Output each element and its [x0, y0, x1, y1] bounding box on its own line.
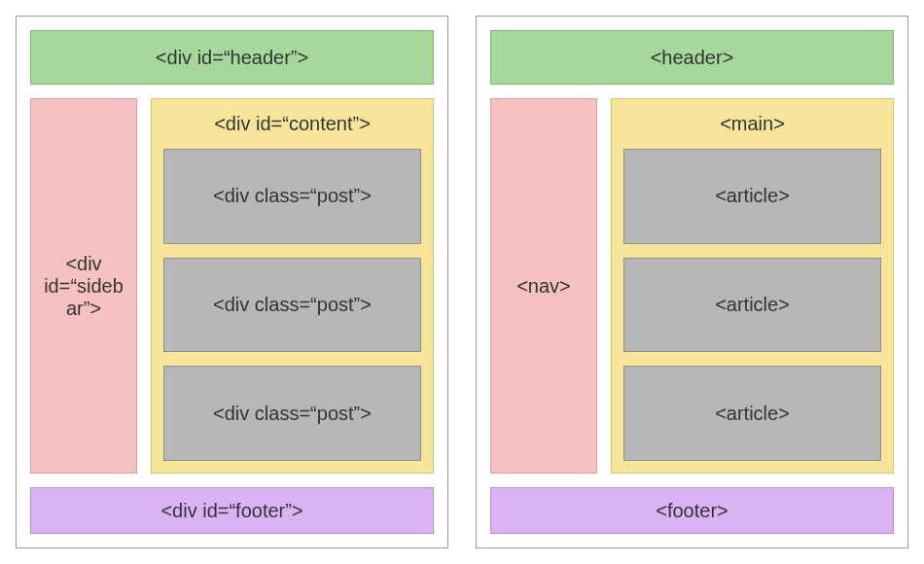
sidebar-box-left: <div id=“sidebar”> [30, 98, 137, 474]
post-label: <article> [715, 185, 790, 207]
layout-div-based: <div id=“header”> <div id=“sidebar”> <di… [16, 16, 448, 548]
layout-semantic: <header> <nav> <main> <article> <article… [476, 16, 908, 548]
header-label-left: <div id=“header”> [156, 47, 308, 69]
posts-right: <article> <article> <article> [623, 149, 881, 461]
footer-box-right: <footer> [490, 487, 894, 534]
post-label: <article> [715, 294, 790, 316]
header-label-right: <header> [651, 47, 734, 69]
content-label-right: <main> [623, 109, 881, 137]
post-box: <div class=“post”> [163, 149, 421, 244]
post-label: <div class=“post”> [213, 403, 372, 425]
content-label-left: <div id=“content”> [163, 109, 421, 137]
footer-label-left: <div id=“footer”> [160, 500, 302, 522]
header-box-left: <div id=“header”> [30, 30, 434, 85]
footer-label-right: <footer> [656, 500, 729, 522]
content-box-left: <div id=“content”> <div class=“post”> <d… [151, 98, 434, 474]
post-label: <article> [715, 403, 790, 425]
posts-left: <div class=“post”> <div class=“post”> <d… [163, 149, 421, 461]
content-box-right: <main> <article> <article> <article> [611, 98, 894, 474]
post-box: <article> [623, 149, 881, 244]
post-box: <div class=“post”> [163, 258, 421, 353]
middle-row-left: <div id=“sidebar”> <div id=“content”> <d… [30, 98, 434, 474]
diagram-stage: <div id=“header”> <div id=“sidebar”> <di… [0, 0, 924, 564]
footer-box-left: <div id=“footer”> [30, 487, 434, 534]
middle-row-right: <nav> <main> <article> <article> <articl… [490, 98, 894, 474]
sidebar-label-right: <nav> [516, 275, 571, 298]
header-box-right: <header> [490, 30, 894, 85]
post-label: <div class=“post”> [213, 185, 372, 207]
post-label: <div class=“post”> [213, 294, 372, 316]
sidebar-label-left: <div id=“sidebar”> [39, 253, 128, 320]
post-box: <div class=“post”> [163, 366, 421, 461]
sidebar-box-right: <nav> [490, 98, 597, 474]
post-box: <article> [623, 366, 881, 461]
post-box: <article> [623, 258, 881, 353]
